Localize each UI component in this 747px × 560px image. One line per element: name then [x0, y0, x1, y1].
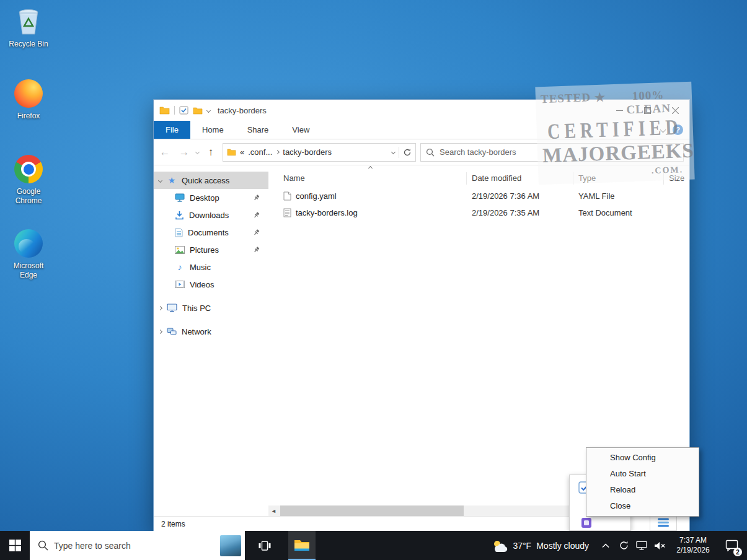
weather-widget[interactable]: 37°F Mostly cloudy	[483, 531, 598, 560]
window-titlebar[interactable]: tacky-borders	[154, 100, 689, 121]
sidebar-item-this-pc[interactable]: This PC	[154, 299, 268, 317]
network-icon	[167, 328, 177, 336]
folder-icon	[294, 538, 310, 551]
search-daily-image[interactable]	[220, 535, 241, 556]
recent-locations-chevron-icon[interactable]	[195, 150, 200, 154]
update-tray-icon[interactable]	[616, 531, 632, 560]
sidebar-item-desktop[interactable]: Desktop	[154, 189, 268, 206]
window-folder-icon	[159, 106, 170, 115]
column-header-date-modified[interactable]: Date modified	[467, 172, 573, 185]
explorer-search-input[interactable]	[440, 147, 678, 157]
column-header-name[interactable]: Name	[276, 172, 467, 185]
chevron-right-icon[interactable]	[158, 305, 162, 310]
file-explorer-taskbar-icon[interactable]	[288, 531, 316, 560]
file-row[interactable]: config.yaml 2/19/2026 7:36 AM YAML File	[268, 188, 689, 204]
sidebar-item-label: Quick access	[182, 176, 229, 185]
file-type: YAML File	[573, 191, 664, 201]
sidebar-item-label: Desktop	[190, 193, 219, 203]
volume-button[interactable]	[652, 531, 668, 560]
chevron-down-icon[interactable]	[158, 178, 162, 182]
start-button[interactable]	[0, 531, 30, 560]
address-bar[interactable]: « .conf... tacky-borders	[223, 143, 416, 162]
system-tray	[598, 531, 668, 560]
taskbar-search-input[interactable]	[54, 541, 214, 551]
sidebar-item-network[interactable]: Network	[154, 323, 268, 340]
tacky-borders-tray-icon[interactable]	[650, 514, 677, 531]
edge-icon	[14, 229, 43, 258]
windows-logo-icon	[9, 540, 21, 551]
desktop-icon-label: Microsoft Edge	[4, 261, 53, 280]
desktop-icon-microsoft-edge[interactable]: Microsoft Edge	[4, 229, 53, 280]
file-name: tacky-borders.log	[296, 208, 358, 217]
desktop-icon-firefox[interactable]: Firefox	[4, 79, 53, 121]
show-hidden-icons-button[interactable]	[598, 531, 614, 560]
sidebar-item-videos[interactable]: Videos	[154, 276, 268, 293]
address-folder-icon	[227, 148, 236, 156]
breadcrumb-separator-chevron-icon	[275, 150, 280, 154]
forward-button[interactable]: →	[177, 146, 192, 159]
sidebar-item-documents[interactable]: Documents	[154, 224, 268, 241]
up-button[interactable]: ↑	[203, 146, 218, 159]
properties-button-icon[interactable]	[179, 106, 188, 115]
sidebar-item-music[interactable]: ♪ Music	[154, 258, 268, 276]
address-dropdown-chevron-icon[interactable]	[391, 150, 396, 154]
tab-share[interactable]: Share	[236, 121, 281, 139]
menu-item-reload[interactable]: Reload	[586, 482, 699, 498]
weather-condition: Mostly cloudy	[536, 541, 589, 551]
yaml-file-icon	[283, 191, 291, 201]
sidebar-item-label: Pictures	[190, 245, 219, 255]
expand-ribbon-chevron-icon[interactable]	[660, 127, 666, 133]
desktop-icon-recycle-bin[interactable]: Recycle Bin	[4, 7, 53, 49]
clock-time: 7:37 AM	[670, 536, 716, 546]
breadcrumb-overflow[interactable]: «	[240, 147, 244, 157]
window-title: tacky-borders	[218, 106, 267, 115]
sidebar-item-pictures[interactable]: Pictures	[154, 241, 268, 258]
explorer-search[interactable]	[420, 143, 684, 162]
action-center-button[interactable]: 2	[718, 531, 745, 560]
tab-file[interactable]: File	[154, 121, 190, 139]
task-view-button[interactable]	[251, 531, 278, 560]
documents-icon	[175, 228, 183, 237]
tab-view[interactable]: View	[280, 121, 321, 139]
breadcrumb-item[interactable]: .conf...	[248, 147, 272, 157]
breadcrumb-item[interactable]: tacky-borders	[283, 147, 332, 157]
taskbar-search[interactable]	[30, 531, 245, 560]
ribbon-tabs: File Home Share View ?	[154, 121, 689, 139]
speaker-mute-icon	[653, 541, 666, 551]
new-folder-button-icon[interactable]	[193, 107, 203, 115]
firefox-icon	[14, 79, 43, 108]
taskbar-clock[interactable]: 7:37 AM 2/19/2026	[670, 536, 716, 555]
menu-item-auto-start[interactable]: Auto Start	[586, 466, 699, 482]
display-tray-icon[interactable]	[634, 531, 650, 560]
back-button[interactable]: ←	[157, 146, 172, 159]
chevron-right-icon[interactable]	[158, 329, 162, 333]
menu-item-show-config[interactable]: Show Config	[586, 450, 699, 466]
sidebar-item-downloads[interactable]: Downloads	[154, 206, 268, 224]
notification-badge: 2	[733, 548, 742, 556]
sidebar-item-label: Network	[182, 327, 211, 336]
tray-app-icon[interactable]	[581, 517, 592, 528]
pin-icon	[253, 247, 260, 253]
help-icon[interactable]: ?	[673, 125, 683, 135]
sidebar-item-label: Downloads	[189, 211, 229, 220]
tab-home[interactable]: Home	[190, 121, 236, 139]
minimize-button[interactable]	[606, 100, 634, 121]
scrollbar-thumb[interactable]	[280, 505, 464, 516]
column-header-size[interactable]: Size	[664, 172, 694, 185]
file-date-modified: 2/19/2026 7:36 AM	[467, 191, 573, 201]
scroll-left-arrow-icon[interactable]: ◄	[268, 505, 279, 516]
weather-cloud-sun-icon	[492, 539, 508, 553]
file-row[interactable]: tacky-borders.log 2/19/2026 7:35 AM Text…	[268, 204, 689, 221]
monitor-icon	[636, 541, 647, 550]
customize-toolbar-chevron-icon[interactable]	[206, 108, 211, 112]
menu-item-close[interactable]: Close	[586, 498, 699, 514]
refresh-icon[interactable]	[403, 148, 412, 157]
desktop-icon-google-chrome[interactable]: Google Chrome	[4, 155, 53, 206]
file-date-modified: 2/19/2026 7:35 AM	[467, 208, 573, 217]
maximize-button[interactable]	[634, 100, 661, 121]
column-header-type[interactable]: Type	[573, 172, 664, 185]
desktop-icon-label: Firefox	[17, 112, 40, 121]
close-button[interactable]	[661, 100, 689, 121]
sidebar-item-quick-access[interactable]: ★ Quick access	[154, 172, 268, 189]
sidebar-item-label: Videos	[190, 280, 214, 289]
